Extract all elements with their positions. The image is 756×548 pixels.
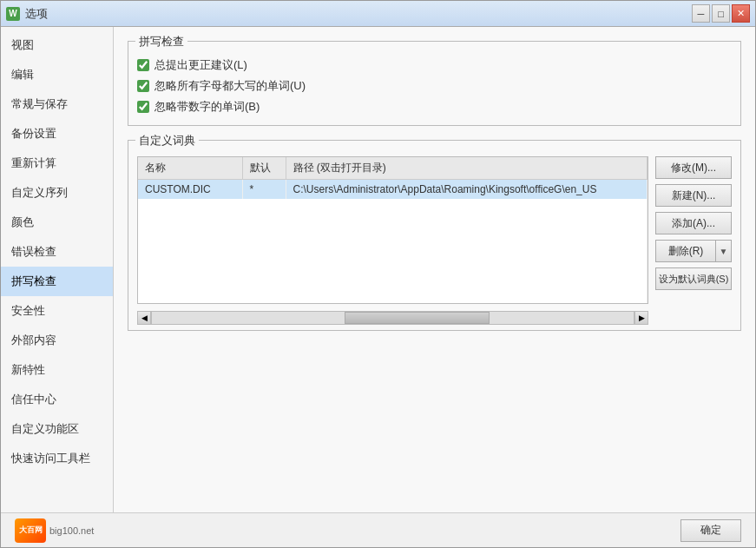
sidebar-item-edit[interactable]: 编辑 [1,60,113,89]
col-header-name: 名称 [138,157,242,180]
options-window: W 选项 ─ □ ✕ 视图编辑常规与保存备份设置重新计算自定义序列颜色错误检查拼… [0,0,756,548]
app-icon: W [6,7,20,21]
sidebar-item-security[interactable]: 安全性 [1,296,113,326]
spell-check-section-title: 拼写检查 [135,34,187,50]
dict-table: 名称 默认 路径 (双击打开目录) CUSTOM.DIC * [138,157,648,303]
dict-table-wrapper: 名称 默认 路径 (双击打开目录) CUSTOM.DIC * [137,156,648,304]
sidebar-item-color[interactable]: 颜色 [1,208,113,237]
modify-button[interactable]: 修改(M)... [655,156,732,179]
row-default: * [242,180,286,200]
dict-table-area: 名称 默认 路径 (双击打开目录) CUSTOM.DIC * [137,156,648,325]
scroll-thumb[interactable] [345,312,490,324]
row-name: CUSTOM.DIC [138,180,242,200]
checkbox-label-ignore-caps: 忽略所有字母都大写的单词(U) [154,78,306,94]
checkbox-row-2: 忽略所有字母都大写的单词(U) [137,78,732,94]
h-scrollbar[interactable]: ◀ ▶ [137,311,648,325]
checkbox-row-3: 忽略带数字的单词(B) [137,99,732,115]
scroll-left-btn[interactable]: ◀ [137,311,151,325]
table-row[interactable]: CUSTOM.DIC * C:\Users\Administrator\AppD… [138,180,648,200]
col-header-path: 路径 (双击打开目录) [286,157,648,180]
empty-row-2 [138,220,648,241]
checkbox-ignore-numbers[interactable] [137,101,149,113]
checkbox-label-ignore-numbers: 忽略带数字的单词(B) [154,99,260,115]
sidebar: 视图编辑常规与保存备份设置重新计算自定义序列颜色错误检查拼写检查安全性外部内容新… [1,27,114,512]
minimize-button[interactable]: ─ [692,4,710,23]
empty-row-1 [138,199,648,220]
delete-button-label: 删除(R) [656,241,715,261]
sidebar-item-spell_check[interactable]: 拼写检查 [1,267,113,296]
custom-dict-section: 自定义词典 名称 默认 路径 (双击打开目录) [128,140,741,331]
custom-dict-title: 自定义词典 [135,133,199,149]
scroll-track[interactable] [151,311,634,325]
sidebar-item-new_features[interactable]: 新特性 [1,355,113,385]
maximize-button[interactable]: □ [712,4,730,23]
checkbox-row-1: 总提出更正建议(L) [137,57,732,73]
footer-bar: 大百网 big100.net 确定 [1,512,755,547]
checkbox-label-always-suggest: 总提出更正建议(L) [154,57,247,73]
window-title: 选项 [25,6,48,22]
sidebar-item-general[interactable]: 常规与保存 [1,89,113,119]
scroll-right-btn[interactable]: ▶ [634,311,648,325]
empty-row-5 [138,282,648,303]
dict-layout: 名称 默认 路径 (双击打开目录) CUSTOM.DIC * [137,156,732,325]
set-default-button[interactable]: 设为默认词典(S) [655,267,732,290]
dict-action-buttons: 修改(M)... 新建(N)... 添加(A)... 删除(R) ▼ 设为默认词… [655,156,732,325]
ok-button[interactable]: 确定 [680,519,741,542]
title-buttons: ─ □ ✕ [692,4,750,23]
col-header-default: 默认 [242,157,286,180]
sidebar-item-custom_ribbon[interactable]: 自定义功能区 [1,414,113,444]
content-area: 拼写检查 总提出更正建议(L) 忽略所有字母都大写的单词(U) 忽略带数字的单词… [114,27,755,512]
sidebar-item-backup[interactable]: 备份设置 [1,119,113,149]
main-content: 视图编辑常规与保存备份设置重新计算自定义序列颜色错误检查拼写检查安全性外部内容新… [1,27,755,512]
sidebar-item-custom_seq[interactable]: 自定义序列 [1,178,113,208]
empty-row-3 [138,241,648,261]
close-button[interactable]: ✕ [732,4,750,23]
checkbox-ignore-caps[interactable] [137,80,149,92]
checkbox-always-suggest[interactable] [137,59,149,71]
sidebar-item-trust_center[interactable]: 信任中心 [1,385,113,414]
title-bar: W 选项 ─ □ ✕ [1,1,755,27]
sidebar-item-external[interactable]: 外部内容 [1,326,113,355]
spell-check-section: 拼写检查 总提出更正建议(L) 忽略所有字母都大写的单词(U) 忽略带数字的单词… [128,41,741,126]
delete-dropdown-arrow[interactable]: ▼ [715,241,731,261]
new-button[interactable]: 新建(N)... [655,184,732,207]
title-bar-left: W 选项 [6,6,48,22]
sidebar-item-view[interactable]: 视图 [1,30,113,60]
sidebar-item-quick_access[interactable]: 快速访问工具栏 [1,444,113,473]
row-path: C:\Users\Administrator\AppData\Roaming\K… [286,180,648,200]
empty-row-4 [138,261,648,282]
add-button[interactable]: 添加(A)... [655,212,732,234]
sidebar-item-error_check[interactable]: 错误检查 [1,237,113,267]
delete-button-split[interactable]: 删除(R) ▼ [655,240,732,262]
watermark-text: big100.net [49,525,94,536]
watermark-logo: 大百网 [15,518,46,543]
sidebar-item-recalc[interactable]: 重新计算 [1,149,113,178]
watermark: 大百网 big100.net [15,518,94,543]
